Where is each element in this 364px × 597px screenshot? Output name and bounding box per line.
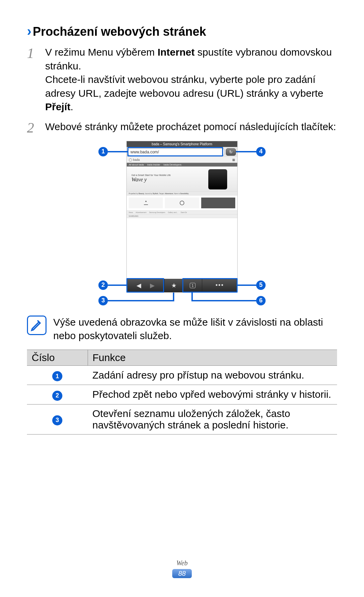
- note-text: Výše uvedená obrazovka se může lišit v z…: [53, 316, 337, 343]
- star-icon: ★: [171, 282, 177, 289]
- samsung-logo-text: SAMSUNG: [129, 215, 139, 217]
- refresh-icon: ↻: [229, 150, 233, 154]
- thin-footer-bar: SAMSUNG: [127, 214, 237, 218]
- row-function: Přechod zpět nebo vpřed webovými stránky…: [88, 385, 337, 405]
- back-icon: ◀: [132, 282, 146, 289]
- callout-5: 5: [256, 280, 266, 290]
- browser-page-title: bada – Samsung's Smartphone Platform: [127, 141, 237, 147]
- callout-2: 2: [98, 280, 108, 290]
- section-heading: ›Procházení webových stránek: [27, 24, 337, 39]
- col-header-function: Funkce: [88, 350, 337, 365]
- page-footer: Web 88: [0, 559, 364, 578]
- callout-3: 3: [98, 296, 108, 305]
- callout-line-v: [173, 293, 174, 301]
- row-badge: 1: [52, 371, 62, 381]
- callout-line-v: [191, 293, 193, 301]
- feature-row: [127, 196, 237, 211]
- step-bold: Přejít: [45, 101, 70, 112]
- callout-line: [108, 285, 126, 286]
- site-corner-icon: ▦: [232, 158, 235, 161]
- step-bold: Internet: [157, 47, 194, 58]
- step-text: Webové stránky můžete procházet pomocí n…: [45, 121, 336, 132]
- hero-phone-image: [208, 169, 227, 189]
- browser-toolbar: ◀ ▶ ★ 1 •••: [127, 279, 237, 292]
- callout-line: [108, 300, 174, 301]
- table-row: 3 Otevření seznamu uložených záložek, ča…: [27, 404, 337, 434]
- more-icon: •••: [216, 282, 224, 289]
- hero-brand: Wave y: [131, 177, 147, 183]
- step-text: .: [70, 101, 73, 112]
- site-header-bar: ◯ bada ▦: [127, 157, 237, 163]
- svg-point-0: [180, 201, 184, 205]
- chevron-right-icon: ›: [27, 24, 31, 38]
- windows-icon: 1: [190, 283, 195, 288]
- thin-nav-bar: NewsAdvertisementSamsung DevelopersGalle…: [127, 211, 237, 214]
- step-number: 2: [27, 120, 45, 135]
- more-button[interactable]: •••: [202, 279, 237, 292]
- nav-back-forward[interactable]: ◀ ▶: [127, 279, 164, 292]
- step-body: Webové stránky můžete procházet pomocí n…: [45, 120, 336, 135]
- hero-tagline: Get a Smart Start for Your Mobile Life: [131, 174, 171, 176]
- col-header-number: Číslo: [27, 350, 88, 365]
- refresh-button[interactable]: ↻: [226, 148, 236, 156]
- bookmarks-button[interactable]: ★: [164, 279, 183, 292]
- site-nav-tabs: All about badabada Insiderbada Developer…: [127, 163, 237, 167]
- note-icon: [27, 316, 47, 335]
- callout-line: [238, 285, 256, 286]
- step-number: 1: [27, 46, 45, 114]
- feature-icon: [129, 198, 163, 208]
- phone-screenshot: bada – Samsung's Smartphone Platform www…: [126, 141, 238, 293]
- row-badge: 3: [52, 415, 62, 425]
- row-function: Otevření seznamu uložených záložek, čast…: [88, 404, 337, 434]
- row-badge: 2: [52, 391, 62, 401]
- callout-line: [192, 300, 256, 301]
- section-title-text: Procházení webových stránek: [33, 25, 206, 38]
- note-block: Výše uvedená obrazovka se může lišit v z…: [27, 316, 337, 343]
- browser-diagram: bada – Samsung's Smartphone Platform www…: [81, 141, 283, 306]
- site-hero: Get a Smart Start for Your Mobile Life W…: [127, 167, 237, 192]
- webpage-content: ◯ bada ▦ All about badabada Insiderbada …: [127, 157, 237, 279]
- callout-1: 1: [98, 147, 108, 156]
- table-row: 2 Přechod zpět nebo vpřed webovými strán…: [27, 385, 337, 405]
- row-function: Zadání adresy pro přístup na webovou str…: [88, 365, 337, 385]
- feature-phone-image: [201, 198, 235, 208]
- site-logo-text: bada: [133, 158, 140, 161]
- forward-icon: ▶: [146, 282, 159, 289]
- windows-button[interactable]: 1: [183, 279, 202, 292]
- callout-line: [108, 151, 127, 152]
- footer-page-number: 88: [172, 569, 192, 578]
- url-bar-row: www.bada.com/ ↻: [127, 147, 237, 157]
- step-text: Chcete-li navštívit webovou stránku, vyb…: [45, 74, 323, 99]
- callout-line: [236, 151, 256, 152]
- callout-6: 6: [256, 296, 266, 305]
- url-input[interactable]: www.bada.com/: [128, 148, 224, 156]
- step-2: 2 Webové stránky můžete procházet pomocí…: [27, 120, 337, 135]
- step-body: V režimu Menu výběrem Internet spustíte …: [45, 46, 337, 114]
- table-row: 1 Zadání adresy pro přístup na webovou s…: [27, 365, 337, 385]
- function-table: Číslo Funkce 1 Zadání adresy pro přístup…: [27, 350, 337, 435]
- footer-section-name: Web: [0, 559, 364, 567]
- hero-footer-strip: Propelled by Beauty, bound by Styfish, T…: [127, 192, 237, 196]
- callout-4: 4: [256, 147, 266, 156]
- step-text: V režimu Menu výběrem: [45, 47, 157, 58]
- step-1: 1 V režimu Menu výběrem Internet spustít…: [27, 46, 337, 114]
- feature-icon: [165, 198, 199, 208]
